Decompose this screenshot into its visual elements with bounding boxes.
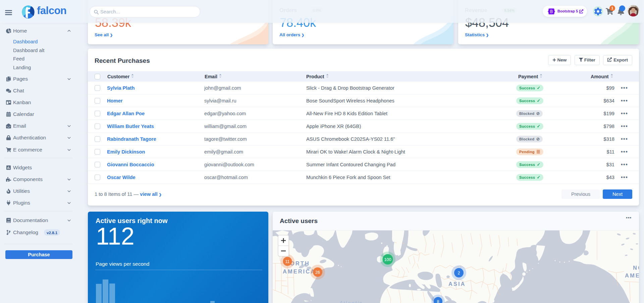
svg-text:100: 100 <box>384 257 391 262</box>
svg-text:AMERICA: AMERICA <box>625 272 639 278</box>
svg-text:NORTH: NORTH <box>633 265 639 271</box>
svg-text:8: 8 <box>437 299 439 303</box>
svg-text:26: 26 <box>315 270 320 275</box>
svg-text:Atlantic: Atlantic <box>339 300 363 303</box>
svg-text:2: 2 <box>458 271 460 275</box>
svg-text:11: 11 <box>285 259 290 264</box>
svg-text:ASIA: ASIA <box>448 281 466 287</box>
